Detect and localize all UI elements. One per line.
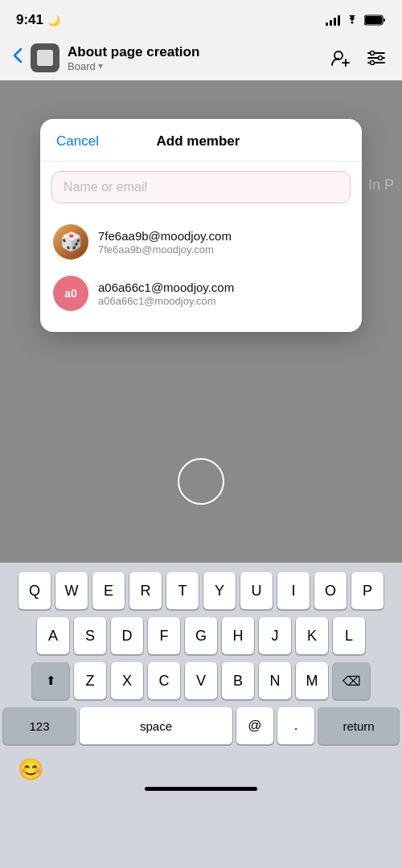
user-info: 7fe6aa9b@moodjoy.com 7fe6aa9b@moodjoy.co…	[98, 229, 232, 256]
key-g[interactable]: G	[185, 617, 217, 654]
avatar-initials: a0	[64, 287, 77, 300]
key-r[interactable]: R	[129, 572, 162, 609]
key-l[interactable]: L	[333, 617, 365, 654]
key-f[interactable]: F	[148, 617, 180, 654]
key-x[interactable]: X	[111, 662, 143, 699]
return-key[interactable]: return	[318, 707, 399, 744]
key-b[interactable]: B	[222, 662, 254, 699]
status-bar: 9:41 🌙	[0, 0, 402, 35]
modal-header: Cancel Add member	[40, 119, 362, 162]
key-u[interactable]: U	[240, 572, 273, 609]
key-k[interactable]: K	[296, 617, 328, 654]
keyboard-row-2: A S D F G H J K L	[3, 617, 399, 654]
at-key[interactable]: @	[236, 707, 273, 744]
status-icons	[326, 14, 386, 26]
user-list: 🎲 7fe6aa9b@moodjoy.com 7fe6aa9b@moodjoy.…	[40, 213, 362, 332]
time-label: 9:41	[16, 12, 43, 28]
user-name: a06a66c1@moodjoy.com	[98, 280, 234, 294]
nav-subtitle: Board ▾	[68, 60, 320, 72]
key-o[interactable]: O	[314, 572, 347, 609]
key-z[interactable]: Z	[74, 662, 106, 699]
app-icon	[31, 43, 59, 72]
svg-point-8	[371, 61, 375, 65]
key-c[interactable]: C	[148, 662, 180, 699]
search-input[interactable]	[51, 171, 351, 203]
key-d[interactable]: D	[111, 617, 143, 654]
avatar-emoji: 🎲	[60, 231, 82, 252]
period-key[interactable]: .	[277, 707, 314, 744]
svg-rect-1	[365, 16, 382, 24]
svg-point-7	[379, 56, 383, 60]
modal-title: Add member	[99, 133, 297, 149]
nav-title: About page creation	[68, 44, 320, 60]
key-e[interactable]: E	[92, 572, 125, 609]
cancel-button[interactable]: Cancel	[56, 133, 99, 149]
chevron-down-icon: ▾	[98, 60, 103, 72]
shift-key[interactable]: ⬆	[32, 662, 69, 699]
battery-icon	[364, 14, 386, 26]
keyboard: Q W E R T Y U I O P A S D F G H J K L ⬆ …	[0, 563, 402, 868]
keyboard-row-4: 123 space @ . return	[3, 707, 399, 744]
nav-title-area: About page creation Board ▾	[68, 44, 320, 72]
keyboard-emoji-row: 😊	[3, 752, 399, 784]
user-email: 7fe6aa9b@moodjoy.com	[98, 244, 232, 256]
key-y[interactable]: Y	[203, 572, 236, 609]
key-a[interactable]: A	[37, 617, 69, 654]
home-indicator	[145, 787, 257, 791]
key-v[interactable]: V	[185, 662, 217, 699]
key-q[interactable]: Q	[18, 572, 51, 609]
background-text: In P	[360, 169, 402, 202]
add-member-modal: Cancel Add member 🎲 7fe6aa9b@moodjoy.com…	[40, 119, 362, 332]
user-name: 7fe6aa9b@moodjoy.com	[98, 229, 232, 243]
key-p[interactable]: P	[351, 572, 384, 609]
keyboard-row-3: ⬆ Z X C V B N M ⌫	[3, 662, 399, 699]
key-m[interactable]: M	[296, 662, 328, 699]
emoji-button[interactable]: 😊	[18, 757, 43, 782]
user-info: a06a66c1@moodjoy.com a06a66c1@moodjoy.co…	[98, 280, 234, 307]
key-h[interactable]: H	[222, 617, 254, 654]
delete-key[interactable]: ⌫	[333, 662, 370, 699]
keyboard-row-1: Q W E R T Y U I O P	[3, 572, 399, 609]
key-s[interactable]: S	[74, 617, 106, 654]
numbers-key[interactable]: 123	[3, 707, 76, 744]
user-email: a06a66c1@moodjoy.com	[98, 295, 234, 307]
avatar: a0	[53, 276, 88, 311]
key-t[interactable]: T	[166, 572, 199, 609]
settings-button[interactable]	[363, 45, 389, 71]
signal-icon	[326, 14, 340, 26]
key-n[interactable]: N	[259, 662, 291, 699]
status-time: 9:41 🌙	[16, 12, 60, 28]
add-member-button[interactable]	[328, 45, 354, 71]
key-i[interactable]: I	[277, 572, 310, 609]
key-j[interactable]: J	[259, 617, 291, 654]
back-button[interactable]	[13, 47, 23, 68]
avatar: 🎲	[53, 224, 88, 260]
moon-icon: 🌙	[47, 14, 60, 27]
list-item[interactable]: a0 a06a66c1@moodjoy.com a06a66c1@moodjoy…	[40, 268, 362, 319]
key-w[interactable]: W	[55, 572, 88, 609]
circle-button[interactable]	[178, 458, 224, 505]
svg-point-6	[371, 51, 375, 55]
space-key[interactable]: space	[80, 707, 232, 744]
nav-bar: About page creation Board ▾	[0, 35, 402, 80]
nav-actions	[328, 45, 389, 71]
wifi-icon	[345, 15, 359, 26]
list-item[interactable]: 🎲 7fe6aa9b@moodjoy.com 7fe6aa9b@moodjoy.…	[40, 216, 362, 268]
